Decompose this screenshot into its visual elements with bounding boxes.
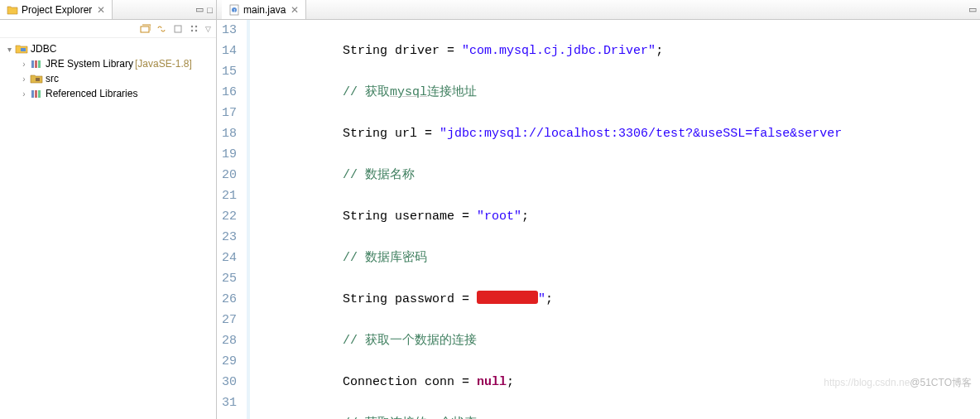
editor-tab-label: main.java <box>243 4 286 16</box>
sidebar-tab-label: Project Explorer <box>22 4 92 16</box>
tree-item-label: src <box>46 73 59 84</box>
editor-tab-controls: ▭ <box>968 4 977 15</box>
sidebar-tab-controls: ▭ □ <box>195 4 213 15</box>
library-icon <box>30 57 43 70</box>
line-number: 31 <box>222 393 237 413</box>
svg-rect-11 <box>31 90 34 98</box>
svg-point-5 <box>195 29 197 31</box>
svg-rect-8 <box>35 60 37 68</box>
project-explorer-panel: Project Explorer ✕ ▭ □ ▽ ▾ JDBC › <box>0 0 217 419</box>
minimize-icon[interactable]: ▭ <box>195 4 204 15</box>
svg-rect-13 <box>38 90 41 98</box>
line-number: 20 <box>222 165 237 185</box>
tree-item-suffix: [JavaSE-1.8] <box>135 58 192 70</box>
tree-item-referenced[interactable]: › Referenced Libraries <box>15 86 216 101</box>
line-number: 18 <box>222 123 237 144</box>
close-icon[interactable]: ✕ <box>291 4 299 16</box>
tree-item-label: JRE System Library <box>46 58 133 70</box>
line-number: 28 <box>222 330 237 351</box>
svg-rect-7 <box>31 60 34 68</box>
project-explorer-tab[interactable]: Project Explorer ✕ <box>0 0 113 19</box>
svg-point-4 <box>191 29 193 31</box>
line-number: 22 <box>222 206 237 227</box>
line-number: 23 <box>222 227 237 248</box>
code-editor[interactable]: 13141516171819202122232425262728293031 S… <box>217 20 980 419</box>
line-number: 30 <box>222 372 237 393</box>
view-menu-icon[interactable]: ▽ <box>205 25 211 33</box>
line-number: 24 <box>222 248 237 268</box>
line-number: 21 <box>222 185 237 206</box>
library-icon <box>30 87 43 100</box>
filter-icon[interactable] <box>189 23 200 35</box>
watermark: https://blog.csdn.ne@51CTO博客 <box>802 352 972 414</box>
chevron-right-icon[interactable]: › <box>18 89 30 99</box>
line-number: 25 <box>222 268 237 289</box>
line-number: 13 <box>222 20 237 41</box>
chevron-right-icon[interactable]: › <box>18 75 30 84</box>
line-number: 17 <box>222 103 237 123</box>
focus-icon[interactable] <box>172 23 184 35</box>
tree-item-label: Referenced Libraries <box>46 88 137 99</box>
tree-item-jre[interactable]: › JRE System Library [JavaSE-1.8] <box>15 56 216 71</box>
svg-rect-10 <box>36 78 40 81</box>
project-root[interactable]: ▾ JDBC <box>0 41 216 56</box>
sidebar-toolbar: ▽ <box>0 20 216 38</box>
link-editor-icon[interactable] <box>156 23 167 35</box>
tree-item-src[interactable]: › src <box>15 71 216 86</box>
minimize-icon[interactable]: ▭ <box>968 4 977 15</box>
svg-rect-1 <box>175 26 181 32</box>
line-number: 19 <box>222 144 237 165</box>
editor-tab-main[interactable]: J main.java ✕ <box>222 0 306 19</box>
collapse-all-icon[interactable] <box>139 23 151 35</box>
svg-rect-12 <box>35 90 37 98</box>
line-number: 27 <box>222 310 237 330</box>
svg-rect-9 <box>38 60 41 68</box>
svg-point-3 <box>195 25 197 26</box>
svg-rect-6 <box>21 48 26 51</box>
code-content[interactable]: String driver = "com.mysql.cj.jdbc.Drive… <box>250 20 980 419</box>
line-number: 15 <box>222 61 237 82</box>
line-number: 16 <box>222 82 237 103</box>
svg-point-2 <box>191 25 193 26</box>
java-file-icon: J <box>228 4 240 16</box>
java-project-icon <box>15 42 28 55</box>
editor-tab-bar: J main.java ✕ ▭ <box>217 0 980 20</box>
sidebar-tab-bar: Project Explorer ✕ ▭ □ <box>0 0 216 20</box>
editor-area: J main.java ✕ ▭ 131415161718192021222324… <box>217 0 980 419</box>
maximize-icon[interactable]: □ <box>207 5 213 15</box>
line-number: 14 <box>222 41 237 61</box>
svg-rect-0 <box>141 26 149 32</box>
chevron-down-icon[interactable]: ▾ <box>3 45 15 54</box>
close-icon[interactable]: ✕ <box>97 4 105 16</box>
project-tree: ▾ JDBC › JRE System Library [JavaSE-1.8]… <box>0 38 216 104</box>
line-gutter: 13141516171819202122232425262728293031 <box>217 20 250 419</box>
project-name: JDBC <box>31 43 56 55</box>
chevron-right-icon[interactable]: › <box>18 60 30 69</box>
src-folder-icon <box>30 72 43 85</box>
line-number: 26 <box>222 289 237 310</box>
redacted-password <box>477 291 538 304</box>
line-number: 29 <box>222 351 237 372</box>
folder-icon <box>7 4 18 16</box>
